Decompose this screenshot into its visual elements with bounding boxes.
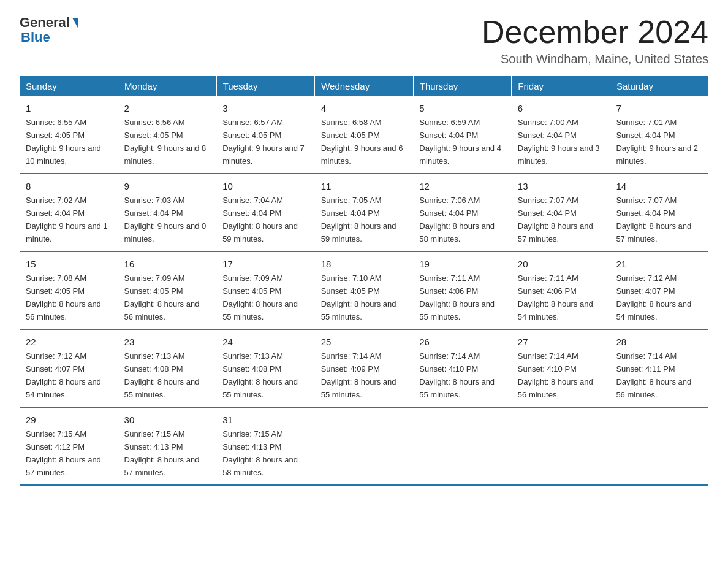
calendar-cell [610, 407, 708, 485]
logo-arrow-icon [72, 18, 78, 29]
day-info: Sunrise: 6:56 AMSunset: 4:05 PMDaylight:… [124, 118, 207, 166]
calendar-cell: 20Sunrise: 7:11 AMSunset: 4:06 PMDayligh… [512, 251, 610, 329]
logo-blue-text: Blue [21, 29, 50, 45]
calendar-cell: 24Sunrise: 7:13 AMSunset: 4:08 PMDayligh… [216, 329, 315, 407]
day-info: Sunrise: 7:04 AMSunset: 4:04 PMDaylight:… [222, 196, 298, 243]
week-row-3: 15Sunrise: 7:08 AMSunset: 4:05 PMDayligh… [20, 251, 708, 329]
calendar-cell: 8Sunrise: 7:02 AMSunset: 4:04 PMDaylight… [20, 174, 118, 251]
day-number: 29 [26, 413, 112, 427]
day-number: 30 [124, 413, 211, 427]
day-number: 10 [222, 179, 309, 193]
day-number: 16 [124, 257, 211, 271]
location-text: South Windham, Maine, United States [482, 52, 708, 66]
calendar-cell: 17Sunrise: 7:09 AMSunset: 4:05 PMDayligh… [216, 251, 315, 329]
col-header-wednesday: Wednesday [315, 76, 414, 96]
logo: General Blue [20, 15, 78, 45]
day-number: 6 [518, 101, 604, 115]
calendar-cell: 14Sunrise: 7:07 AMSunset: 4:04 PMDayligh… [610, 174, 708, 251]
day-info: Sunrise: 7:12 AMSunset: 4:07 PMDaylight:… [616, 274, 691, 321]
day-info: Sunrise: 6:57 AMSunset: 4:05 PMDaylight:… [222, 118, 305, 166]
col-header-saturday: Saturday [610, 76, 708, 96]
day-number: 19 [419, 257, 506, 271]
col-header-thursday: Thursday [413, 76, 512, 96]
day-info: Sunrise: 7:11 AMSunset: 4:06 PMDaylight:… [419, 274, 495, 321]
day-info: Sunrise: 7:12 AMSunset: 4:07 PMDaylight:… [26, 351, 101, 399]
day-number: 8 [26, 179, 112, 193]
day-number: 7 [616, 101, 702, 115]
calendar-cell: 27Sunrise: 7:14 AMSunset: 4:10 PMDayligh… [512, 329, 610, 407]
calendar-cell [512, 407, 610, 485]
calendar-cell: 28Sunrise: 7:14 AMSunset: 4:11 PMDayligh… [610, 329, 708, 407]
day-info: Sunrise: 7:07 AMSunset: 4:04 PMDaylight:… [616, 196, 691, 243]
day-number: 17 [222, 257, 309, 271]
week-row-5: 29Sunrise: 7:15 AMSunset: 4:12 PMDayligh… [20, 407, 708, 485]
day-number: 1 [26, 101, 112, 115]
day-number: 31 [222, 413, 309, 427]
day-info: Sunrise: 7:09 AMSunset: 4:05 PMDaylight:… [124, 274, 200, 321]
day-info: Sunrise: 7:06 AMSunset: 4:04 PMDaylight:… [419, 196, 495, 243]
day-number: 24 [222, 335, 309, 349]
day-info: Sunrise: 6:59 AMSunset: 4:04 PMDaylight:… [419, 118, 501, 166]
day-number: 18 [321, 257, 408, 271]
calendar-cell: 1Sunrise: 6:55 AMSunset: 4:05 PMDaylight… [20, 96, 118, 174]
calendar-cell: 23Sunrise: 7:13 AMSunset: 4:08 PMDayligh… [118, 329, 217, 407]
day-info: Sunrise: 7:15 AMSunset: 4:12 PMDaylight:… [26, 429, 101, 477]
week-row-1: 1Sunrise: 6:55 AMSunset: 4:05 PMDaylight… [20, 96, 708, 174]
calendar-cell: 5Sunrise: 6:59 AMSunset: 4:04 PMDaylight… [413, 96, 512, 174]
day-info: Sunrise: 7:15 AMSunset: 4:13 PMDaylight:… [124, 429, 200, 477]
calendar-cell: 25Sunrise: 7:14 AMSunset: 4:09 PMDayligh… [315, 329, 414, 407]
day-number: 5 [419, 101, 506, 115]
day-info: Sunrise: 7:00 AMSunset: 4:04 PMDaylight:… [518, 118, 600, 166]
calendar-cell: 16Sunrise: 7:09 AMSunset: 4:05 PMDayligh… [118, 251, 217, 329]
day-info: Sunrise: 6:58 AMSunset: 4:05 PMDaylight:… [321, 118, 403, 166]
calendar-cell: 3Sunrise: 6:57 AMSunset: 4:05 PMDaylight… [216, 96, 315, 174]
calendar-cell: 10Sunrise: 7:04 AMSunset: 4:04 PMDayligh… [216, 174, 315, 251]
day-number: 21 [616, 257, 702, 271]
day-number: 25 [321, 335, 408, 349]
day-number: 22 [26, 335, 112, 349]
calendar-cell: 18Sunrise: 7:10 AMSunset: 4:05 PMDayligh… [315, 251, 414, 329]
days-header-row: SundayMondayTuesdayWednesdayThursdayFrid… [20, 76, 708, 96]
day-info: Sunrise: 7:14 AMSunset: 4:10 PMDaylight:… [419, 351, 495, 399]
day-number: 9 [124, 179, 211, 193]
month-title: December 2024 [482, 15, 708, 50]
day-number: 13 [518, 179, 604, 193]
day-number: 26 [419, 335, 506, 349]
day-number: 23 [124, 335, 211, 349]
calendar-table: SundayMondayTuesdayWednesdayThursdayFrid… [20, 76, 708, 486]
day-number: 3 [222, 101, 309, 115]
calendar-cell: 11Sunrise: 7:05 AMSunset: 4:04 PMDayligh… [315, 174, 414, 251]
calendar-cell: 9Sunrise: 7:03 AMSunset: 4:04 PMDaylight… [118, 174, 217, 251]
calendar-cell: 19Sunrise: 7:11 AMSunset: 4:06 PMDayligh… [413, 251, 512, 329]
day-info: Sunrise: 7:14 AMSunset: 4:09 PMDaylight:… [321, 351, 396, 399]
day-number: 27 [518, 335, 604, 349]
calendar-cell: 12Sunrise: 7:06 AMSunset: 4:04 PMDayligh… [413, 174, 512, 251]
day-number: 20 [518, 257, 604, 271]
col-header-friday: Friday [512, 76, 610, 96]
day-info: Sunrise: 7:11 AMSunset: 4:06 PMDaylight:… [518, 274, 593, 321]
day-number: 2 [124, 101, 211, 115]
day-number: 4 [321, 101, 408, 115]
page-header: General Blue December 2024 South Windham… [20, 15, 708, 66]
title-block: December 2024 South Windham, Maine, Unit… [482, 15, 708, 66]
calendar-cell: 7Sunrise: 7:01 AMSunset: 4:04 PMDaylight… [610, 96, 708, 174]
col-header-sunday: Sunday [20, 76, 118, 96]
calendar-cell: 13Sunrise: 7:07 AMSunset: 4:04 PMDayligh… [512, 174, 610, 251]
day-info: Sunrise: 7:03 AMSunset: 4:04 PMDaylight:… [124, 196, 207, 243]
calendar-cell: 29Sunrise: 7:15 AMSunset: 4:12 PMDayligh… [20, 407, 118, 485]
logo-general-text: General [20, 15, 70, 31]
day-info: Sunrise: 7:10 AMSunset: 4:05 PMDaylight:… [321, 274, 396, 321]
day-info: Sunrise: 7:14 AMSunset: 4:10 PMDaylight:… [518, 351, 593, 399]
day-info: Sunrise: 6:55 AMSunset: 4:05 PMDaylight:… [26, 118, 101, 166]
day-number: 12 [419, 179, 506, 193]
day-info: Sunrise: 7:05 AMSunset: 4:04 PMDaylight:… [321, 196, 396, 243]
calendar-cell: 15Sunrise: 7:08 AMSunset: 4:05 PMDayligh… [20, 251, 118, 329]
calendar-cell [413, 407, 512, 485]
day-info: Sunrise: 7:01 AMSunset: 4:04 PMDaylight:… [616, 118, 698, 166]
calendar-cell: 21Sunrise: 7:12 AMSunset: 4:07 PMDayligh… [610, 251, 708, 329]
day-info: Sunrise: 7:07 AMSunset: 4:04 PMDaylight:… [518, 196, 593, 243]
col-header-monday: Monday [118, 76, 217, 96]
calendar-cell: 4Sunrise: 6:58 AMSunset: 4:05 PMDaylight… [315, 96, 414, 174]
day-info: Sunrise: 7:02 AMSunset: 4:04 PMDaylight:… [26, 196, 108, 243]
calendar-cell: 30Sunrise: 7:15 AMSunset: 4:13 PMDayligh… [118, 407, 217, 485]
